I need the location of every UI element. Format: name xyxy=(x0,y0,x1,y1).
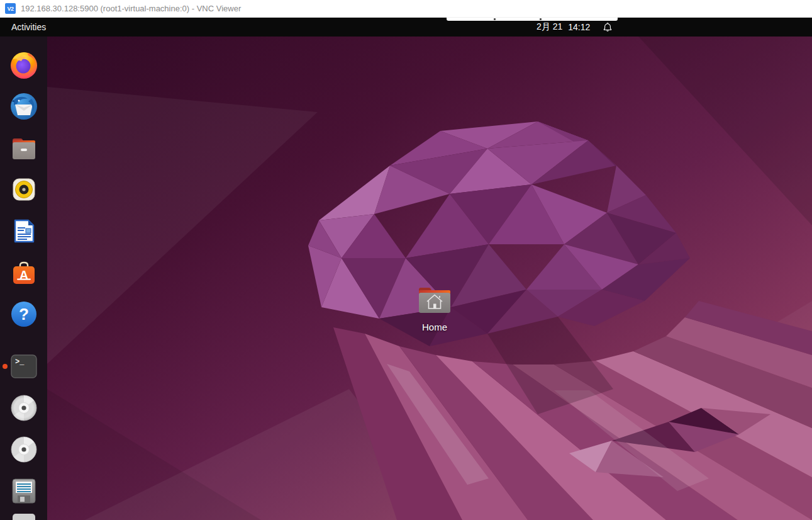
file-manager-icon xyxy=(9,133,39,163)
help-icon: ? xyxy=(9,299,39,329)
floppy-disk-icon xyxy=(9,476,39,506)
dock-item-thunderbird[interactable] xyxy=(9,91,39,122)
desktop-icon-home[interactable]: Home xyxy=(387,284,482,332)
dock-item-optical-disc-2[interactable] xyxy=(9,434,39,465)
svg-text:?: ? xyxy=(19,305,29,324)
optical-disc-icon xyxy=(9,434,39,465)
gnome-top-bar: Activities 2月 21 14:12 xyxy=(0,18,812,37)
vnc-toolbar-handle-dot xyxy=(494,18,496,20)
libreoffice-writer-icon xyxy=(9,216,39,246)
vnc-app-icon[interactable]: V2 xyxy=(5,3,16,14)
desktop[interactable]: Home xyxy=(47,37,812,520)
svg-text:>_: >_ xyxy=(15,358,25,366)
dock-item-partial[interactable] xyxy=(13,514,35,520)
clock-date: 2月 21 xyxy=(537,21,562,33)
desktop-icon-label: Home xyxy=(387,322,482,332)
dock-item-libreoffice-writer[interactable] xyxy=(9,216,39,246)
ubuntu-software-icon: A xyxy=(9,257,39,288)
running-indicator xyxy=(3,364,8,369)
window-titlebar[interactable]: V2 192.168.30.128:5900 (root1-virtual-ma… xyxy=(0,0,812,18)
home-folder-icon xyxy=(417,284,452,315)
desktop-wallpaper xyxy=(47,37,812,520)
thunderbird-icon xyxy=(9,91,39,122)
dock-item-firefox[interactable] xyxy=(9,50,39,80)
activities-button[interactable]: Activities xyxy=(11,18,46,37)
rhythmbox-icon xyxy=(9,174,39,205)
svg-text:A: A xyxy=(19,268,28,282)
dock-item-floppy-disk[interactable] xyxy=(9,476,39,506)
vnc-viewer-window: V2 192.168.30.128:5900 (root1-virtual-ma… xyxy=(0,0,812,520)
vnc-toolbar-peek[interactable] xyxy=(447,18,618,21)
dock-item-rhythmbox[interactable] xyxy=(9,174,39,205)
dock-item-files[interactable] xyxy=(9,133,39,163)
dock-item-ubuntu-software[interactable]: A xyxy=(9,257,39,288)
dock-item-terminal[interactable]: >_ xyxy=(9,351,39,382)
dock-item-help[interactable]: ? xyxy=(9,299,39,329)
clock-time: 14:12 xyxy=(568,22,590,32)
firefox-icon xyxy=(9,50,39,80)
dock-item-optical-disc-1[interactable] xyxy=(9,393,39,423)
dock: A ? >_ xyxy=(0,37,47,520)
terminal-icon: >_ xyxy=(9,351,39,382)
optical-disc-icon xyxy=(9,393,39,423)
vnc-toolbar-handle-dot xyxy=(540,18,542,20)
window-title: 192.168.30.128:5900 (root1-virtual-machi… xyxy=(21,4,241,13)
notification-bell-icon xyxy=(603,22,613,32)
